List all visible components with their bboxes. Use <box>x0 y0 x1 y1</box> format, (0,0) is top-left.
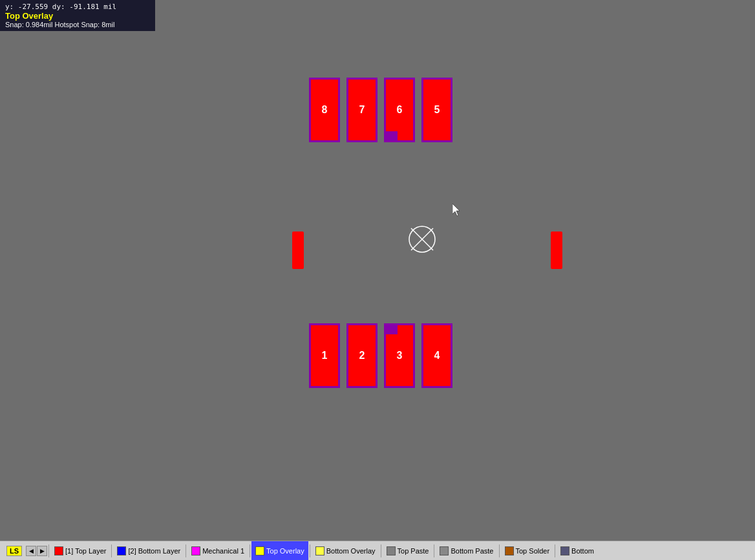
layer-bottom-overlay-swatch <box>315 546 324 555</box>
nav-prev[interactable]: ◀ <box>26 546 36 556</box>
snap-info: Snap: 0.984mil Hotspot Snap: 8mil <box>5 21 150 28</box>
ls-indicator[interactable]: LS <box>3 541 26 560</box>
layer-mechanical-label: Mechanical 1 <box>202 547 244 555</box>
svg-marker-3 <box>452 204 460 216</box>
top-pad-row: 8 7 6 5 <box>309 78 452 142</box>
layer-bottom-overlay[interactable]: Bottom Overlay <box>312 541 379 560</box>
layer-top-solder-swatch <box>505 546 514 555</box>
pad-4[interactable]: 4 <box>421 323 452 388</box>
bottom-toolbar: LS ◀ ▶ [1] Top Layer [2] Bottom Layer Me… <box>0 541 755 560</box>
pad-8[interactable]: 8 <box>309 78 340 142</box>
pad-3[interactable]: 3 <box>384 323 415 388</box>
pad-1[interactable]: 1 <box>309 323 340 388</box>
pad-4-label: 4 <box>434 350 440 361</box>
sep-3 <box>186 544 186 557</box>
sep-4 <box>250 544 250 557</box>
layer-top-paste-swatch <box>387 546 396 555</box>
mouse-cursor <box>452 204 463 214</box>
sep-1 <box>48 544 49 557</box>
layer-mechanical[interactable]: Mechanical 1 <box>187 541 248 560</box>
side-pad-right[interactable] <box>551 232 562 269</box>
pad-1-label: 1 <box>322 350 328 361</box>
crosshair-symbol <box>406 223 438 255</box>
coordinates: y: -27.559 dy: -91.181 mil <box>5 3 150 11</box>
sep-5 <box>310 544 310 557</box>
layer-top-paste-label: Top Paste <box>398 547 429 555</box>
layer-top-paste[interactable]: Top Paste <box>383 541 433 560</box>
layer-bottom-paste-label: Bottom Paste <box>451 547 493 555</box>
layer-top-overlay-swatch <box>255 546 264 555</box>
sep-9 <box>555 544 555 557</box>
layer-nav: ◀ ▶ <box>26 546 47 556</box>
pad-2[interactable]: 2 <box>346 323 377 388</box>
pad-8-label: 8 <box>322 104 328 116</box>
pad-5-label: 5 <box>434 104 440 116</box>
layer-bottom-overlay-label: Bottom Overlay <box>326 547 376 555</box>
layer-bottom-swatch <box>117 546 126 555</box>
pcb-canvas[interactable]: 8 7 6 5 1 2 3 4 <box>0 0 755 541</box>
sep-8 <box>499 544 500 557</box>
layer-bottom-extra-label: Bottom <box>571 547 594 555</box>
pad-5[interactable]: 5 <box>421 78 452 142</box>
layer-top-solder-label: Top Solder <box>516 547 550 555</box>
ls-label: LS <box>6 546 22 556</box>
layer-top[interactable]: [1] Top Layer <box>50 541 110 560</box>
layer-bottom-label: [2] Bottom Layer <box>128 547 180 555</box>
layer-top-overlay[interactable]: Top Overlay <box>251 541 308 560</box>
layer-mechanical-swatch <box>191 546 200 555</box>
pad-6-label: 6 <box>397 104 403 116</box>
active-layer-name: Top Overlay <box>5 11 150 21</box>
pad-7-label: 7 <box>359 104 365 116</box>
pad-6[interactable]: 6 <box>384 78 415 142</box>
pad-3-label: 3 <box>397 350 403 361</box>
side-pad-left[interactable] <box>292 232 304 269</box>
info-panel: y: -27.559 dy: -91.181 mil Top Overlay S… <box>0 0 155 31</box>
layer-top-label: [1] Top Layer <box>65 547 106 555</box>
layer-bottom-extra[interactable]: Bottom <box>557 541 598 560</box>
pad-2-label: 2 <box>359 350 365 361</box>
layer-top-overlay-label: Top Overlay <box>266 547 304 555</box>
bottom-pad-row: 1 2 3 4 <box>309 323 452 388</box>
layer-bottom[interactable]: [2] Bottom Layer <box>113 541 184 560</box>
layer-bottom-paste[interactable]: Bottom Paste <box>436 541 497 560</box>
layer-bottom-paste-swatch <box>440 546 449 555</box>
layer-top-swatch <box>54 546 63 555</box>
sep-7 <box>434 544 434 557</box>
sep-6 <box>381 544 381 557</box>
sep-2 <box>111 544 112 557</box>
pad-7[interactable]: 7 <box>346 78 377 142</box>
nav-next[interactable]: ▶ <box>37 546 47 556</box>
layer-bottom-extra-swatch <box>560 546 569 555</box>
layer-top-solder[interactable]: Top Solder <box>501 541 554 560</box>
